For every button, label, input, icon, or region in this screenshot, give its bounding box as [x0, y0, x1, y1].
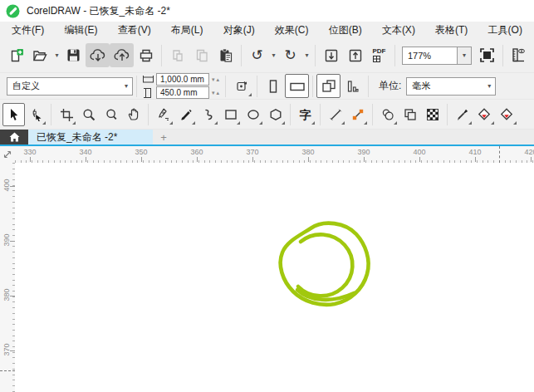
show-rulers-button[interactable]	[507, 43, 531, 67]
chevron-down-icon: ▾	[55, 51, 58, 59]
color-eyedropper-tool-icon	[456, 108, 469, 121]
paste-icon	[218, 48, 233, 63]
menu-item-bitmaps[interactable]: 位图(B)	[329, 23, 362, 37]
connector-tool[interactable]	[346, 103, 369, 126]
menu-item-text[interactable]: 文本(X)	[382, 23, 415, 37]
all-pages-button[interactable]	[316, 74, 340, 98]
open-menu-caret[interactable]: ▾	[52, 43, 61, 67]
paste-button[interactable]	[213, 43, 238, 67]
new-document-button[interactable]	[4, 43, 28, 67]
zoom-secondary-tool[interactable]	[100, 103, 122, 126]
import-button[interactable]	[319, 43, 343, 67]
window-title: CorelDRAW - 已恢复_未命名 -2*	[27, 4, 170, 18]
page-width-spinner[interactable]: ▾▴	[209, 76, 219, 83]
pattern-fill-tool-icon	[426, 108, 439, 121]
toolbar-separator	[257, 76, 257, 97]
pan-tool[interactable]	[122, 103, 145, 126]
interactive-fill-tool-icon	[478, 108, 492, 121]
interactive-fill-tool[interactable]	[473, 103, 496, 126]
transparency-tool[interactable]	[399, 103, 421, 126]
straight-line-tool[interactable]	[324, 103, 346, 126]
menu-item-object[interactable]: 对象(J)	[223, 23, 255, 37]
open-button[interactable]	[28, 43, 52, 67]
polygon-tool[interactable]	[264, 103, 287, 126]
drawing-canvas[interactable]	[15, 163, 534, 392]
ruler-label: 400	[2, 174, 11, 197]
chevron-down-icon: ▾	[305, 51, 308, 59]
menu-item-tools[interactable]: 工具(O)	[488, 23, 522, 37]
page-dimensions-button[interactable]	[229, 74, 253, 98]
new-tab-button[interactable]: +	[153, 130, 174, 145]
undo-menu-caret[interactable]: ▾	[269, 43, 278, 67]
portrait-button[interactable]	[261, 74, 285, 98]
menu-item-view[interactable]: 查看(V)	[118, 23, 151, 37]
paint-brush-tool[interactable]	[174, 103, 197, 126]
copy-button	[189, 43, 213, 67]
straight-line-tool-icon	[329, 108, 342, 121]
save-button[interactable]	[61, 43, 86, 67]
horizontal-ruler[interactable]: 330 340 350 360 370 380 390 400 410 420	[15, 146, 534, 163]
page-height-spinner[interactable]: ▾▴	[209, 90, 219, 96]
drop-shadow-tool[interactable]	[376, 103, 399, 126]
full-screen-preview-icon	[479, 47, 495, 63]
zoom-tool[interactable]	[77, 103, 100, 126]
welcome-home-button[interactable]	[0, 130, 28, 145]
ellipse-tool[interactable]	[242, 103, 264, 126]
toolbox: 字	[0, 100, 534, 130]
print-button[interactable]	[134, 43, 158, 67]
text-tool[interactable]: 字	[294, 103, 316, 126]
menu-item-table[interactable]: 表格(T)	[435, 23, 468, 37]
publish-pdf-button[interactable]: PDF	[367, 43, 391, 67]
shape-edit-tool-icon	[30, 108, 43, 121]
menu-item-layout[interactable]: 布局(L)	[171, 23, 203, 37]
b-spline-tool[interactable]	[197, 103, 219, 126]
units-dropdown[interactable]: 毫米 ▾	[406, 77, 496, 96]
export-button[interactable]	[343, 43, 367, 67]
smart-fill-tool[interactable]	[496, 103, 518, 126]
page-height-row: 450.0 mm ▾▴	[143, 86, 219, 99]
toolbox-separator	[148, 104, 149, 125]
toolbox-separator	[290, 104, 291, 125]
cloud-download-button[interactable]	[86, 43, 110, 67]
pattern-fill-tool[interactable]	[421, 103, 443, 126]
all-pages-icon	[321, 79, 336, 93]
zoom-level-value[interactable]: 177%	[402, 47, 457, 65]
cloud-upload-icon	[114, 48, 130, 63]
redo-menu-caret[interactable]: ▾	[302, 43, 311, 67]
pen-tool[interactable]	[152, 103, 174, 126]
home-icon	[9, 132, 20, 142]
pick-tool[interactable]	[2, 103, 25, 126]
color-eyedropper-tool[interactable]	[451, 103, 473, 126]
shape-edit-tool[interactable]	[25, 103, 47, 126]
vertical-ruler[interactable]: 400 390 380 370	[0, 163, 15, 392]
ruler-origin-corner[interactable]	[0, 146, 15, 163]
toolbar-separator	[225, 76, 226, 97]
page-height-field[interactable]: 450.0 mm	[156, 86, 209, 99]
ruler-label: 370	[241, 148, 264, 156]
chevron-down-icon: ▾	[487, 82, 495, 90]
undo-button[interactable]: ↺	[245, 43, 269, 67]
menu-item-edit[interactable]: 编辑(E)	[65, 23, 98, 37]
export-icon	[348, 48, 363, 63]
landscape-button[interactable]	[285, 74, 309, 98]
crop-tool[interactable]	[55, 103, 77, 126]
menu-item-file[interactable]: 文件(F)	[12, 23, 44, 37]
cloud-upload-button[interactable]	[110, 43, 134, 67]
page-width-field[interactable]: 1,000.0 mm	[156, 73, 209, 86]
scribble-inner-arc[interactable]	[298, 234, 352, 296]
rectangle-tool[interactable]	[219, 103, 242, 126]
menu-item-effects[interactable]: 效果(C)	[275, 23, 309, 37]
redo-button[interactable]: ↻	[278, 43, 302, 67]
standard-toolbar: ▾ ↺ ▾ ↻ ▾ PDF 177% ▾	[0, 38, 534, 73]
page-size-preset-dropdown[interactable]: 自定义 ▾	[7, 77, 133, 96]
spinner-down-icon: ▾	[212, 90, 215, 96]
current-page-button[interactable]	[340, 74, 365, 98]
copy-icon	[194, 48, 209, 63]
toolbar-separator	[136, 76, 137, 97]
full-screen-preview-button[interactable]	[475, 43, 499, 67]
document-tab-active[interactable]: 已恢复_未命名 -2*	[28, 130, 153, 145]
scribble-circle-drawing[interactable]	[272, 216, 380, 316]
spinner-down-icon: ▾	[212, 76, 215, 83]
open-folder-icon	[32, 48, 48, 63]
zoom-level-dropdown-button[interactable]: ▾	[457, 47, 472, 65]
